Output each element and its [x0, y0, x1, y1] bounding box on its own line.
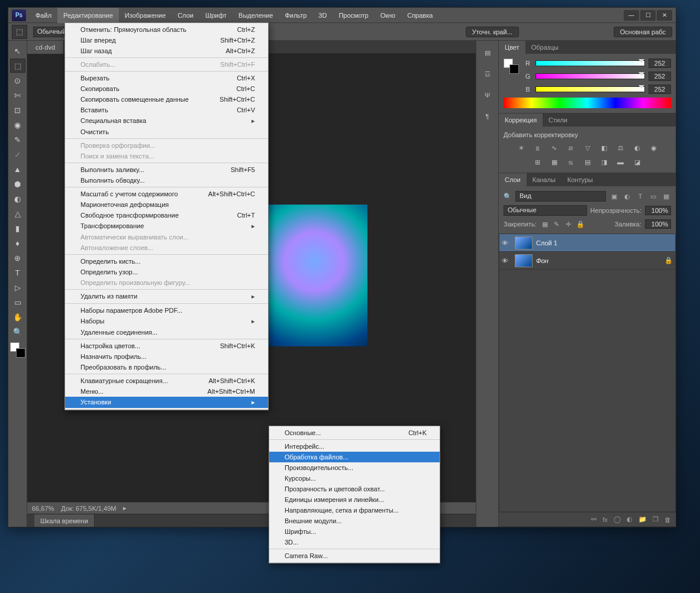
lock-position-icon[interactable]: ✛: [564, 220, 573, 228]
tool-8[interactable]: ▲: [10, 162, 25, 176]
menu-item[interactable]: Преобразовать в профиль...: [65, 362, 268, 372]
tool-16[interactable]: ▷: [10, 280, 25, 294]
tool-12[interactable]: ▮: [10, 221, 25, 235]
bg-color[interactable]: [16, 348, 25, 358]
menu-окно[interactable]: Окно: [375, 8, 402, 23]
menu-слои[interactable]: Слои: [172, 8, 199, 23]
timeline-tab[interactable]: Шкала времени: [34, 514, 95, 527]
menu-выделение[interactable]: Выделение: [233, 8, 279, 23]
background-color[interactable]: [509, 64, 519, 74]
menu-item[interactable]: Основные...Ctrl+K: [269, 427, 440, 438]
tool-19[interactable]: 🔍: [10, 325, 25, 339]
channel-B-slider[interactable]: [536, 86, 645, 92]
minimize-button[interactable]: —: [624, 10, 639, 21]
menu-item[interactable]: ВставитьCtrl+V: [65, 105, 268, 115]
menu-редактирование[interactable]: Редактирование: [57, 8, 119, 23]
blend-mode-select[interactable]: Обычные: [504, 205, 587, 216]
menu-item[interactable]: 3D...: [269, 537, 440, 547]
tab-adjustments[interactable]: Коррекция: [499, 114, 543, 127]
menu-item[interactable]: Свободное трансформированиеCtrl+T: [65, 210, 268, 221]
tab-layers[interactable]: Слои: [499, 173, 527, 186]
layer-thumbnail[interactable]: [515, 236, 533, 249]
new-layer-icon[interactable]: ❐: [653, 516, 659, 523]
menu-item[interactable]: Направляющие, сетка и фрагменты...: [269, 505, 440, 516]
menu-item[interactable]: Обработка файлов...: [269, 452, 440, 462]
paragraph-icon[interactable]: ¶: [480, 111, 495, 122]
menu-item[interactable]: Шрифты...: [269, 526, 440, 537]
lock-image-icon[interactable]: ✎: [552, 220, 562, 228]
menu-item[interactable]: Внешние модули...: [269, 516, 440, 526]
tool-13[interactable]: ♦: [10, 236, 25, 250]
menu-item[interactable]: Удаленные соединения...: [65, 327, 268, 338]
maximize-button[interactable]: ☐: [640, 10, 656, 21]
tool-18[interactable]: ✋: [10, 310, 25, 324]
menu-item[interactable]: Интерфейс...: [269, 441, 440, 452]
layer-row[interactable]: 👁 Фон 🔒: [499, 252, 675, 270]
hue-icon[interactable]: ◧: [599, 143, 609, 153]
filter-shape-icon[interactable]: ▭: [649, 192, 658, 200]
menu-item[interactable]: Специальная вставка ▸: [65, 115, 268, 127]
gradient-map-icon[interactable]: ▬: [615, 157, 626, 167]
opacity-input[interactable]: 100%: [645, 206, 671, 215]
menu-item[interactable]: Настройка цветов...Shift+Ctrl+K: [65, 341, 268, 351]
zoom-level[interactable]: 66,67%: [32, 505, 54, 512]
posterize-icon[interactable]: ▤: [582, 157, 593, 167]
channel-B-value[interactable]: 252: [649, 85, 671, 94]
menu-item[interactable]: Camera Raw...: [269, 550, 440, 561]
tool-1[interactable]: ⬚: [10, 59, 25, 73]
history-icon[interactable]: ▤: [480, 47, 495, 59]
menu-item[interactable]: Наборы параметров Adobe PDF...: [65, 305, 268, 316]
mask-icon[interactable]: ◯: [614, 516, 621, 523]
levels-icon[interactable]: ⫼: [533, 143, 543, 153]
menu-item[interactable]: Шаг впередShift+Ctrl+Z: [65, 35, 268, 46]
current-tool-icon[interactable]: ⬚: [12, 25, 27, 39]
group-icon[interactable]: 📁: [638, 516, 647, 523]
close-button[interactable]: ✕: [657, 10, 672, 21]
menu-item[interactable]: Прозрачность и цветовой охват...: [269, 484, 440, 494]
tool-10[interactable]: ◐: [10, 192, 25, 206]
menu-item[interactable]: Единицы измерения и линейки...: [269, 494, 440, 505]
menu-item[interactable]: СкопироватьCtrl+C: [65, 83, 268, 94]
properties-icon[interactable]: ☲: [480, 68, 495, 80]
vibrance-icon[interactable]: ▽: [582, 143, 593, 153]
invert-icon[interactable]: ⧅: [566, 157, 576, 167]
visibility-icon[interactable]: 👁: [502, 239, 511, 247]
search-icon[interactable]: 🔍: [504, 193, 512, 200]
lock-transparency-icon[interactable]: ▦: [540, 220, 550, 228]
tool-5[interactable]: ◉: [10, 118, 25, 132]
selective-icon[interactable]: ◪: [632, 157, 643, 167]
new-fill-icon[interactable]: ◐: [627, 516, 633, 523]
balance-icon[interactable]: ⚖: [615, 143, 626, 153]
menu-item[interactable]: Назначить профиль...: [65, 351, 268, 362]
menu-item[interactable]: Трансформирование ▸: [65, 221, 268, 232]
menu-файл[interactable]: Файл: [30, 8, 57, 23]
workspace-button[interactable]: Основная рабс: [614, 27, 672, 37]
tool-7[interactable]: ⟋: [10, 147, 25, 161]
link-layers-icon[interactable]: ⚯: [591, 516, 596, 523]
chevron-right-icon[interactable]: ▸: [123, 504, 127, 512]
menu-item[interactable]: Наборы ▸: [65, 316, 268, 327]
curves-icon[interactable]: ∿: [549, 143, 560, 153]
tool-6[interactable]: ✎: [10, 132, 25, 147]
menu-item[interactable]: Отменить: Прямоугольная областьCtrl+Z: [65, 24, 268, 35]
exposure-icon[interactable]: ⧄: [566, 143, 576, 153]
trash-icon[interactable]: 🗑: [664, 516, 671, 523]
tool-3[interactable]: ✄: [10, 88, 25, 102]
channel-G-value[interactable]: 252: [649, 72, 671, 81]
fill-input[interactable]: 100%: [645, 219, 671, 229]
layer-thumbnail[interactable]: [515, 254, 533, 267]
fx-icon[interactable]: fx: [602, 516, 608, 523]
tool-14[interactable]: ⊕: [10, 251, 25, 265]
tab-paths[interactable]: Контуры: [562, 173, 599, 186]
menu-item[interactable]: Удалить из памяти ▸: [65, 291, 268, 302]
brightness-icon[interactable]: ☀: [516, 143, 527, 153]
color-spectrum[interactable]: [504, 98, 671, 108]
document-tab[interactable]: cd-dvd: [27, 41, 64, 54]
channel-R-slider[interactable]: [536, 60, 645, 66]
tool-2[interactable]: ⊙: [10, 73, 25, 88]
menu-фильтр[interactable]: Фильтр: [279, 8, 312, 23]
color-swatches[interactable]: [10, 342, 25, 358]
refine-edge-button[interactable]: Уточн. край...: [466, 27, 519, 37]
layer-name[interactable]: Фон: [536, 257, 661, 264]
menu-item[interactable]: ВырезатьCtrl+X: [65, 73, 268, 83]
